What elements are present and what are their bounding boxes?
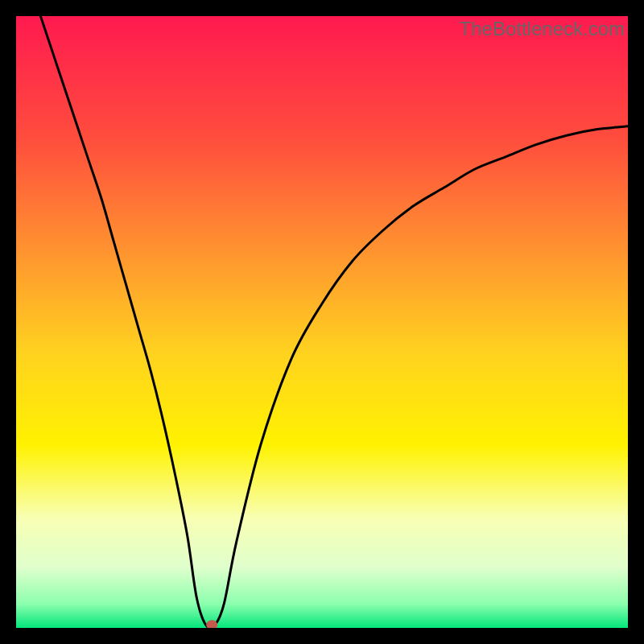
watermark-text: TheBottleneck.com [460,18,625,40]
curve-layer [16,16,628,628]
bottleneck-curve [40,16,628,628]
plot-area [16,16,628,628]
chart-frame: TheBottleneck.com [16,16,628,628]
optimum-marker [206,620,217,628]
